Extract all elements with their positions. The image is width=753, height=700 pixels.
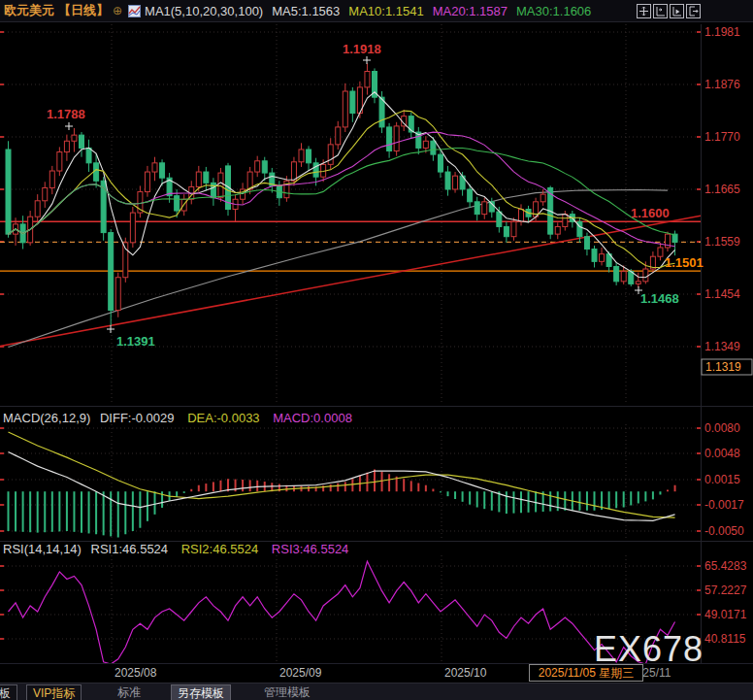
candle-body bbox=[482, 202, 487, 215]
candle-body bbox=[57, 152, 62, 171]
candle-body bbox=[584, 237, 589, 250]
candle-body bbox=[423, 141, 428, 148]
candle-body bbox=[387, 127, 392, 151]
ma5-value: MA5:1.1563 bbox=[272, 4, 340, 18]
candle-body bbox=[540, 194, 545, 202]
candle-body bbox=[658, 248, 663, 256]
price-annotation: 1.1468 bbox=[640, 291, 679, 306]
candle-body bbox=[313, 163, 318, 177]
macd-name[interactable]: MACD(26,12,9) bbox=[3, 411, 90, 425]
y-axis-label: 49.0171 bbox=[704, 608, 747, 621]
ma-settings-label[interactable]: MA1(5,10,20,30,100) bbox=[145, 4, 263, 18]
candle-body bbox=[80, 135, 84, 148]
candle-body bbox=[431, 141, 436, 154]
axis-scale-right-icon[interactable] bbox=[670, 4, 684, 18]
y-axis-label: 1.1454 bbox=[704, 287, 740, 301]
candle-body bbox=[49, 171, 54, 187]
candle-body bbox=[43, 187, 48, 200]
price-chart-svg[interactable]: 1.19811.18761.17701.16651.15591.14541.13… bbox=[0, 0, 753, 683]
chart-stage: 1.19811.18761.17701.16651.15591.14541.13… bbox=[0, 0, 753, 686]
candle-body bbox=[196, 172, 201, 186]
y-axis-label: 1.1665 bbox=[704, 183, 740, 196]
trendline bbox=[0, 216, 701, 346]
trading-app: { "header": { "symbol": "欧元美元", "period"… bbox=[0, 0, 753, 700]
candle-body bbox=[504, 226, 508, 236]
tab-standard[interactable]: 标准 bbox=[112, 684, 147, 700]
x-label-sep: 2025/09 bbox=[279, 666, 321, 680]
template-tab-bar: 板 VIP指标 标准 另存模板 管理模板 bbox=[0, 683, 753, 700]
candle-body bbox=[204, 172, 209, 183]
price-annotation: 1.1600 bbox=[631, 206, 670, 220]
candle-body bbox=[291, 162, 296, 181]
ma30-value: MA30:1.1606 bbox=[516, 4, 591, 18]
ma10-value: MA10:1.1541 bbox=[348, 4, 423, 18]
y-axis-label: 1.1559 bbox=[704, 235, 740, 249]
candle-body bbox=[94, 163, 99, 181]
price-annotation: 1.1788 bbox=[47, 107, 85, 121]
price-annotation: 1.1918 bbox=[343, 42, 381, 56]
macd-header: MACD(26,12,9) DIFF:-0.0029 DEA:-0.0033 M… bbox=[3, 411, 352, 425]
price-annotation: 1.1391 bbox=[116, 334, 155, 349]
candle-body bbox=[343, 91, 347, 127]
candle-body bbox=[643, 269, 648, 282]
candle-body bbox=[64, 141, 69, 151]
candle-body bbox=[299, 150, 304, 162]
candle-body bbox=[35, 201, 40, 217]
y-axis-label: 1.1349 bbox=[704, 340, 740, 353]
candle-body bbox=[328, 145, 333, 165]
rsi-name[interactable]: RSI(14,14,14) bbox=[3, 542, 82, 556]
tab-manage-template[interactable]: 管理模板 bbox=[258, 684, 316, 700]
candle-body bbox=[336, 127, 341, 145]
candle-body bbox=[409, 117, 413, 132]
y-axis-label: 65.4283 bbox=[704, 559, 747, 573]
y-axis-label: -0.0017 bbox=[704, 498, 744, 512]
y-axis-label: 1.1981 bbox=[704, 25, 740, 39]
candle-body bbox=[365, 72, 370, 87]
macd-diff-value: DIFF:-0.0029 bbox=[100, 411, 175, 425]
ma20-value: MA20:1.1587 bbox=[433, 4, 507, 18]
add-icon[interactable]: ⊕ bbox=[113, 4, 122, 17]
candle-body bbox=[519, 210, 524, 222]
period-label[interactable]: 【日线】 bbox=[58, 2, 109, 19]
y-axis-label: 1.1770 bbox=[704, 130, 740, 144]
ma100-line bbox=[9, 190, 669, 348]
candle-body bbox=[394, 126, 399, 151]
candle-body bbox=[86, 148, 91, 162]
mini-chart-icon[interactable] bbox=[128, 5, 141, 17]
y-axis-label: 0.0048 bbox=[704, 447, 740, 460]
candle-body bbox=[555, 226, 560, 234]
y-axis-label: 0.0015 bbox=[704, 473, 740, 486]
y-axis-label: 40.8115 bbox=[704, 632, 746, 646]
header-toolbar bbox=[637, 4, 701, 18]
move-icon[interactable] bbox=[637, 4, 651, 18]
y-axis-label: 0.0080 bbox=[704, 421, 740, 435]
tab-save-template[interactable]: 另存模板 bbox=[171, 684, 231, 700]
candle-body bbox=[307, 150, 311, 163]
y-axis-label: 1.1876 bbox=[704, 78, 740, 91]
candle-body bbox=[211, 183, 215, 197]
candle-body bbox=[497, 212, 502, 226]
price-annotation: 1.1501 bbox=[665, 255, 704, 270]
candle-body bbox=[175, 196, 180, 211]
candle-body bbox=[600, 254, 605, 262]
x-label-aug: 2025/08 bbox=[115, 666, 156, 680]
candle-body bbox=[636, 282, 640, 284]
tab-template-cut[interactable]: 板 bbox=[0, 684, 17, 700]
candle-body bbox=[453, 176, 458, 189]
candle-body bbox=[563, 215, 568, 227]
candle-body bbox=[592, 250, 597, 262]
candle-body bbox=[350, 91, 355, 114]
axis-scale-left-icon[interactable] bbox=[653, 4, 668, 18]
candle-body bbox=[468, 189, 473, 202]
tab-vip-indicators[interactable]: VIP指标 bbox=[26, 684, 82, 700]
candle-body bbox=[109, 233, 114, 311]
x-label-oct: 2025/10 bbox=[444, 666, 486, 680]
candle-body bbox=[262, 161, 267, 173]
exit-icon[interactable] bbox=[686, 4, 701, 18]
candle-body bbox=[445, 172, 450, 189]
candle-body bbox=[614, 266, 619, 281]
y-axis-label: -0.0050 bbox=[704, 524, 744, 538]
candle-body bbox=[438, 154, 442, 172]
candle-body bbox=[475, 202, 479, 215]
macd-hist-value: MACD:0.0008 bbox=[273, 411, 352, 425]
